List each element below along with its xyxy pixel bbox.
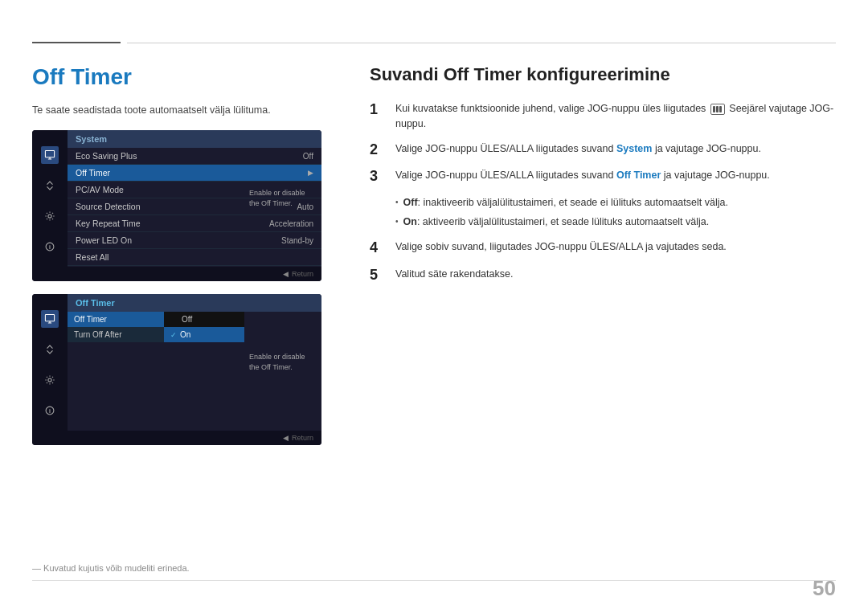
mockup-1-item-keyrepeat: Key Repeat TimeAcceleration [68,215,321,232]
step-1-text: Kui kuvatakse funktsioonide juhend, vali… [395,101,836,132]
mockup-1-sidebar: i [32,130,68,267]
mockup-2-footer-label: Return [292,434,313,442]
step-2-text: Valige JOG-nuppu ÜLES/ALLA liigutades su… [395,141,761,157]
mockup-2-footer-arrow: ◀ [283,434,289,442]
intro-text: Te saate seadistada toote automaatselt v… [32,104,338,116]
mockup-2-value-on: ✓On [164,327,244,342]
mockup-1-footer-arrow: ◀ [283,270,289,278]
top-line-short [32,42,121,43]
mockup-2-header: Off Timer [68,294,321,312]
mockup-2-icon-info: i [41,402,59,419]
bullet-off: • Off: inaktiveerib väljalülitustaimeri,… [395,195,836,210]
mockup-icon-info: i [41,238,59,255]
steps-list-2: 4 Valige sobiv suvand, liigutades JOG-nu… [370,239,836,284]
mockup-1-item-resetall: Reset All [68,249,321,266]
left-column: Off Timer Te saate seadistada toote auto… [32,64,338,458]
mockup-1-item-offtimer: Off Timer▶ [68,165,321,182]
mockup-2: i Off Timer Off Timer Turn Off After Off [32,294,321,445]
mockup-2-submenu-offtimer: Off Timer [68,312,164,327]
inline-menu-icon [710,104,725,115]
svg-rect-0 [45,150,54,157]
page-title: Off Timer [32,64,338,90]
steps-list: 1 Kui kuvatakse funktsioonide juhend, va… [370,101,836,186]
svg-point-3 [48,215,51,218]
mockup-2-footer: ◀ Return [32,431,321,445]
step-5-text: Valitud säte rakendatakse. [395,267,513,282]
step-3: 3 Valige JOG-nuppu ÜLES/ALLA liigutades … [370,168,836,186]
step-2-number: 2 [370,141,387,159]
svg-text:i: i [49,244,51,250]
mockup-2-submenu-row: Off Timer Turn Off After Off ✓On [68,312,321,342]
bullet-off-text: Off: inaktiveerib väljalülitustaimeri, e… [403,195,728,210]
bullet-on: • On: aktiveerib väljalülitustaimeri, et… [395,215,836,230]
top-line-long [127,43,836,43]
mockup-2-values: Off ✓On [164,312,244,342]
mockup-2-sidebar: i [32,294,68,431]
mockup-1-tooltip: Enable or disable the Off Timer. [249,188,313,208]
mockup-1-footer-label: Return [292,270,313,278]
bullet-dot-2: • [395,216,399,227]
step-1-number: 1 [370,101,387,119]
step-1: 1 Kui kuvatakse funktsioonide juhend, va… [370,101,836,132]
bottom-divider [32,580,836,581]
svg-text:i: i [49,408,51,414]
mockup-1: i System Eco Saving PlusOff Off Timer▶ P… [32,130,321,281]
right-column: Suvandi Off Timer konfigureerimine 1 Kui… [370,64,836,293]
mockup-1-footer: ◀ Return [32,267,321,281]
step-4: 4 Valige sobiv suvand, liigutades JOG-nu… [370,239,836,257]
mockup-2-submenu-turnoff: Turn Off After [68,327,164,342]
step-2-highlight: System [616,143,652,154]
step-2: 2 Valige JOG-nuppu ÜLES/ALLA liigutades … [370,141,836,159]
step-3-number: 3 [370,168,387,186]
mockup-2-icon-monitor [41,310,59,328]
bullet-on-text: On: aktiveerib väljalülitustaimeri, et s… [403,215,710,230]
page-number: 50 [813,576,836,601]
bullet-list: • Off: inaktiveerib väljalülitustaimeri,… [395,195,836,231]
step-4-number: 4 [370,239,387,257]
mockup-2-icon-gear [41,371,59,389]
mockup-icon-monitor [41,146,59,164]
step-3-highlight: Off Timer [616,170,661,181]
mockup-icon-arrows [41,177,59,194]
mockup-2-submenu: Off Timer Turn Off After [68,312,164,342]
bullet-dot-1: • [395,197,399,208]
mockup-1-header: System [68,130,321,148]
mockup-icon-gear [41,207,59,225]
svg-rect-6 [45,314,54,321]
mockup-1-item-eco: Eco Saving PlusOff [68,148,321,165]
step-4-text: Valige sobiv suvand, liigutades JOG-nupp… [395,239,727,255]
step-5-number: 5 [370,267,387,284]
mockup-2-value-off: Off [164,312,244,327]
section-title: Suvandi Off Timer konfigureerimine [370,64,836,85]
top-decorative-lines [32,42,836,43]
step-3-text: Valige JOG-nuppu ÜLES/ALLA liigutades su… [395,168,770,183]
mockup-2-tooltip: Enable or disable the Off Timer. [249,352,313,372]
step-5: 5 Valitud säte rakendatakse. [370,267,836,284]
mockup-1-item-powerled: Power LED OnStand-by [68,232,321,249]
bottom-note: Kuvatud kujutis võib mudeliti erineda. [32,563,190,573]
mockup-2-icon-arrows [41,341,59,358]
svg-point-9 [48,378,51,382]
